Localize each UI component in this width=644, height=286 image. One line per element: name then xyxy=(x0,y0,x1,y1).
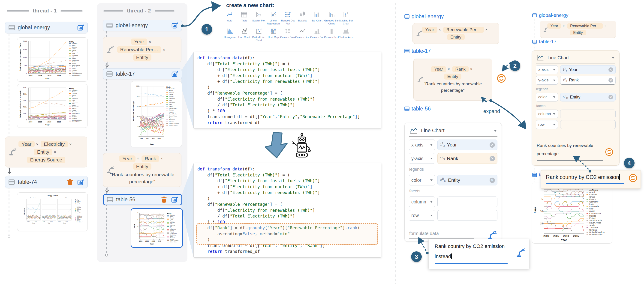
field-chip[interactable]: Year xyxy=(18,141,34,147)
remove-field-icon[interactable]: ✕ xyxy=(608,78,613,83)
formulate-data-input[interactable]: formulate data xyxy=(409,231,498,236)
field-color[interactable]: ABCEntity✕ xyxy=(560,93,616,101)
chart-thumbnail-facets[interactable]: Energy SourceElectricityfossil fuels2000… xyxy=(17,192,88,231)
chart-type-customarea[interactable]: Custom Area xyxy=(337,28,355,39)
chart-thumbnail-rank[interactable]: 0510152000200520102015YearRankEntityAust… xyxy=(131,208,183,248)
field-x-axis[interactable]: 123Year✕ xyxy=(560,65,616,74)
chart-type-header[interactable]: Line Chart xyxy=(532,50,619,63)
chart-type-label: Stacked BarChart xyxy=(337,19,355,25)
table-link-table-17-far[interactable]: table-17 xyxy=(532,39,556,44)
dataset-link-global-energy-2[interactable]: global-energy xyxy=(532,12,568,18)
dataset-link-global-energy[interactable]: global-energy xyxy=(404,13,444,19)
field-column[interactable] xyxy=(560,110,616,118)
delete-table-icon[interactable] xyxy=(67,179,73,185)
field-chip[interactable]: Renewable Per… xyxy=(117,46,162,53)
chart-type-header[interactable]: Line Chart xyxy=(405,123,502,136)
field-chip[interactable]: Entity xyxy=(447,34,465,40)
refresh-query-icon[interactable] xyxy=(628,174,637,182)
field-chip[interactable]: Year xyxy=(547,23,561,28)
field-column[interactable] xyxy=(438,197,498,207)
field-chip[interactable]: Entity xyxy=(133,163,152,170)
remove-chip-icon[interactable]: × xyxy=(137,156,139,161)
chevron-down-icon[interactable] xyxy=(494,130,497,132)
field-row[interactable] xyxy=(560,120,616,129)
encoding-slot-y-axis[interactable]: y-axis xyxy=(536,76,558,85)
remove-chip-icon[interactable]: × xyxy=(486,28,488,32)
remove-chip-icon[interactable]: × xyxy=(54,150,56,155)
remove-field-icon[interactable]: ✕ xyxy=(608,67,613,72)
field-chip[interactable]: Energy Source xyxy=(27,157,66,163)
field-chip[interactable]: Year xyxy=(422,27,437,33)
query-text-line1[interactable]: Rank countries by renewable xyxy=(537,141,615,150)
encoding-slot-column[interactable]: column xyxy=(409,197,435,207)
remove-field-icon[interactable]: ✕ xyxy=(608,95,613,99)
field-chip[interactable]: Renewable Per… xyxy=(567,23,603,28)
chart-thumbnail-co2[interactable]: 10,0..8,00..6,00..4,00..2,00..0200020052… xyxy=(17,84,88,128)
transform-panel-mid-2: Year×Rank×Entity"Rank countries by renew… xyxy=(414,59,492,101)
field-chip[interactable]: Entity xyxy=(133,54,152,61)
refresh-transform-icon[interactable] xyxy=(497,74,506,83)
svg-text:10: 10 xyxy=(540,210,543,213)
field-chip[interactable]: Renewable Per… xyxy=(443,27,484,33)
refresh-query-icon[interactable] xyxy=(605,148,613,156)
table-card-global-energy-2[interactable]: global-energy xyxy=(103,20,182,31)
remove-chip-icon[interactable]: × xyxy=(563,24,564,28)
field-chip[interactable]: Entity xyxy=(34,149,53,155)
add-chart-icon[interactable] xyxy=(171,196,178,203)
chart-type-stackedbar[interactable]: Stacked BarChart xyxy=(337,11,355,25)
field-chip[interactable]: Entity xyxy=(444,74,462,80)
encoding-slot-x-axis[interactable]: x-axis xyxy=(536,65,558,74)
svg-text:Year: Year xyxy=(45,124,50,126)
chevron-down-icon[interactable] xyxy=(612,57,615,59)
formulate-robot-arm-icon[interactable] xyxy=(487,231,496,240)
chart-thumbnail-renewables[interactable]: 2,0001,5001,00050002000200520102015YearE… xyxy=(17,37,88,82)
remove-chip-icon[interactable]: × xyxy=(604,24,606,28)
encoding-slot-color[interactable]: color xyxy=(536,93,558,101)
nl-edit-popup-far[interactable]: Rank country by CO2 emission xyxy=(541,170,641,189)
remove-chip-icon[interactable]: × xyxy=(439,28,441,32)
formulate-robot-arm-icon[interactable] xyxy=(516,248,525,257)
remove-chip-icon[interactable]: × xyxy=(448,67,450,71)
field-chip[interactable]: Rank xyxy=(452,66,469,72)
remove-chip-icon[interactable]: × xyxy=(149,39,151,44)
remove-chip-icon[interactable]: × xyxy=(161,156,163,161)
table-link-table-17[interactable]: table-17 xyxy=(404,48,431,54)
add-chart-icon[interactable] xyxy=(77,24,84,31)
table-card-global-energy-1[interactable]: global-energy xyxy=(5,22,88,33)
remove-chip-icon[interactable]: × xyxy=(163,47,165,52)
field-chip[interactable]: Year xyxy=(131,38,147,45)
table-card-table-17[interactable]: table-17 xyxy=(103,68,182,79)
field-chip[interactable]: Entity xyxy=(570,30,586,35)
chart-thumbnail-rank-far[interactable]: 510152000200520102015YearRankEntityAustr… xyxy=(532,183,612,244)
remove-field-icon[interactable]: ✕ xyxy=(490,178,495,183)
field-row[interactable] xyxy=(438,210,498,221)
field-color[interactable]: ABCEntity✕ xyxy=(438,175,498,185)
remove-chip-icon[interactable]: × xyxy=(36,142,38,147)
encoding-slot-color[interactable]: color xyxy=(409,175,435,185)
add-chart-icon[interactable] xyxy=(172,22,178,29)
field-chip[interactable]: Year xyxy=(431,66,446,72)
field-chip[interactable]: Year xyxy=(119,155,135,162)
encoding-slot-y-axis[interactable]: y-axis xyxy=(409,153,435,164)
table-card-table-74[interactable]: table-74 xyxy=(5,176,88,188)
field-y-axis[interactable]: 123Rank✕ xyxy=(438,153,498,164)
field-x-axis[interactable]: 123Year✕ xyxy=(438,140,498,150)
field-chip[interactable]: Electricity xyxy=(41,141,68,147)
delete-table-icon[interactable] xyxy=(161,196,167,203)
table-card-table-56[interactable]: table-56 xyxy=(103,194,182,205)
remove-chip-icon[interactable]: × xyxy=(69,142,72,147)
add-chart-icon[interactable] xyxy=(77,179,84,185)
encoding-slot-row[interactable]: row xyxy=(536,120,558,129)
chart-thumbnail-renewable-pct[interactable]: 1008060402002000200520102015YearRenewabl… xyxy=(131,81,182,147)
encoding-slot-column[interactable]: column xyxy=(536,110,558,118)
nl-edit-popup[interactable]: Rank country by CO2 emission instead xyxy=(428,239,530,269)
field-chip[interactable]: Rank xyxy=(142,155,159,162)
remove-field-icon[interactable]: ✕ xyxy=(490,156,495,161)
add-chart-icon[interactable] xyxy=(172,71,178,77)
encoding-slot-x-axis[interactable]: x-axis xyxy=(409,140,435,150)
field-y-axis[interactable]: 123Rank✕ xyxy=(560,76,616,85)
encoding-slot-row[interactable]: row xyxy=(409,210,435,221)
table-link-table-56[interactable]: table-56 xyxy=(404,106,431,112)
remove-field-icon[interactable]: ✕ xyxy=(490,142,495,148)
remove-chip-icon[interactable]: × xyxy=(470,67,472,71)
